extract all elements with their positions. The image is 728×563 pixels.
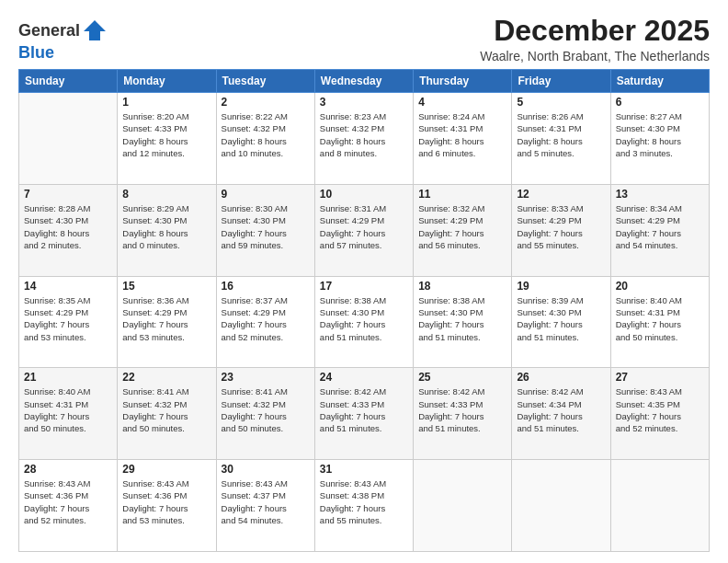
calendar-cell: 3Sunrise: 8:23 AMSunset: 4:32 PMDaylight… bbox=[314, 93, 413, 185]
day-detail: Sunrise: 8:29 AMSunset: 4:30 PMDaylight:… bbox=[122, 202, 210, 251]
day-number: 19 bbox=[517, 280, 605, 293]
calendar-cell: 13Sunrise: 8:34 AMSunset: 4:29 PMDayligh… bbox=[610, 184, 709, 276]
day-detail: Sunrise: 8:38 AMSunset: 4:30 PMDaylight:… bbox=[320, 294, 408, 343]
day-detail: Sunrise: 8:40 AMSunset: 4:31 PMDaylight:… bbox=[24, 385, 112, 434]
page: General Blue December 2025 Waalre, North… bbox=[0, 0, 728, 563]
calendar-cell bbox=[610, 460, 709, 552]
calendar-cell: 6Sunrise: 8:27 AMSunset: 4:30 PMDaylight… bbox=[610, 93, 709, 185]
week-row-0: 1Sunrise: 8:20 AMSunset: 4:33 PMDaylight… bbox=[19, 93, 710, 185]
day-number: 3 bbox=[320, 96, 408, 109]
day-number: 28 bbox=[24, 463, 112, 476]
col-header-sunday: Sunday bbox=[19, 70, 118, 93]
day-number: 23 bbox=[222, 371, 310, 384]
col-header-thursday: Thursday bbox=[414, 70, 512, 93]
day-number: 9 bbox=[222, 188, 310, 201]
day-detail: Sunrise: 8:36 AMSunset: 4:29 PMDaylight:… bbox=[122, 294, 210, 343]
day-number: 29 bbox=[122, 463, 210, 476]
day-number: 22 bbox=[122, 371, 210, 384]
day-number: 16 bbox=[222, 280, 310, 293]
day-detail: Sunrise: 8:42 AMSunset: 4:34 PMDaylight:… bbox=[517, 385, 605, 434]
day-detail: Sunrise: 8:39 AMSunset: 4:30 PMDaylight:… bbox=[517, 294, 605, 343]
week-row-1: 7Sunrise: 8:28 AMSunset: 4:30 PMDaylight… bbox=[19, 184, 710, 276]
day-detail: Sunrise: 8:43 AMSunset: 4:35 PMDaylight:… bbox=[616, 385, 704, 434]
logo-blue: Blue bbox=[18, 43, 54, 62]
calendar-cell: 22Sunrise: 8:41 AMSunset: 4:32 PMDayligh… bbox=[118, 368, 216, 460]
day-detail: Sunrise: 8:43 AMSunset: 4:37 PMDaylight:… bbox=[222, 477, 310, 526]
calendar-table: SundayMondayTuesdayWednesdayThursdayFrid… bbox=[18, 69, 710, 552]
calendar-cell bbox=[414, 460, 512, 552]
day-detail: Sunrise: 8:42 AMSunset: 4:33 PMDaylight:… bbox=[418, 385, 506, 434]
day-detail: Sunrise: 8:32 AMSunset: 4:29 PMDaylight:… bbox=[418, 202, 506, 251]
day-detail: Sunrise: 8:31 AMSunset: 4:29 PMDaylight:… bbox=[320, 202, 408, 251]
day-detail: Sunrise: 8:35 AMSunset: 4:29 PMDaylight:… bbox=[24, 294, 112, 343]
day-detail: Sunrise: 8:37 AMSunset: 4:29 PMDaylight:… bbox=[222, 294, 310, 343]
day-detail: Sunrise: 8:24 AMSunset: 4:31 PMDaylight:… bbox=[418, 110, 506, 159]
calendar-cell: 10Sunrise: 8:31 AMSunset: 4:29 PMDayligh… bbox=[314, 184, 413, 276]
day-detail: Sunrise: 8:41 AMSunset: 4:32 PMDaylight:… bbox=[122, 385, 210, 434]
day-number: 26 bbox=[517, 371, 605, 384]
logo-general: General bbox=[18, 22, 80, 40]
col-header-saturday: Saturday bbox=[610, 70, 709, 93]
calendar-cell: 24Sunrise: 8:42 AMSunset: 4:33 PMDayligh… bbox=[314, 368, 413, 460]
week-row-2: 14Sunrise: 8:35 AMSunset: 4:29 PMDayligh… bbox=[19, 276, 710, 368]
calendar-cell: 19Sunrise: 8:39 AMSunset: 4:30 PMDayligh… bbox=[512, 276, 610, 368]
day-number: 31 bbox=[320, 463, 408, 476]
day-detail: Sunrise: 8:33 AMSunset: 4:29 PMDaylight:… bbox=[517, 202, 605, 251]
calendar-cell: 28Sunrise: 8:43 AMSunset: 4:36 PMDayligh… bbox=[19, 460, 118, 552]
calendar-cell: 26Sunrise: 8:42 AMSunset: 4:34 PMDayligh… bbox=[512, 368, 610, 460]
calendar-cell: 29Sunrise: 8:43 AMSunset: 4:36 PMDayligh… bbox=[118, 460, 216, 552]
col-header-monday: Monday bbox=[118, 70, 216, 93]
day-detail: Sunrise: 8:27 AMSunset: 4:30 PMDaylight:… bbox=[616, 110, 704, 159]
calendar-cell: 18Sunrise: 8:38 AMSunset: 4:30 PMDayligh… bbox=[414, 276, 512, 368]
calendar-cell: 20Sunrise: 8:40 AMSunset: 4:31 PMDayligh… bbox=[610, 276, 709, 368]
day-detail: Sunrise: 8:43 AMSunset: 4:36 PMDaylight:… bbox=[24, 477, 112, 526]
day-number: 5 bbox=[517, 96, 605, 109]
day-number: 2 bbox=[222, 96, 310, 109]
day-number: 15 bbox=[122, 280, 210, 293]
day-detail: Sunrise: 8:23 AMSunset: 4:32 PMDaylight:… bbox=[320, 110, 408, 159]
day-detail: Sunrise: 8:40 AMSunset: 4:31 PMDaylight:… bbox=[616, 294, 704, 343]
day-detail: Sunrise: 8:43 AMSunset: 4:38 PMDaylight:… bbox=[320, 477, 408, 526]
day-number: 4 bbox=[418, 96, 506, 109]
calendar-cell: 8Sunrise: 8:29 AMSunset: 4:30 PMDaylight… bbox=[118, 184, 216, 276]
day-number: 25 bbox=[418, 371, 506, 384]
calendar-cell: 21Sunrise: 8:40 AMSunset: 4:31 PMDayligh… bbox=[19, 368, 118, 460]
col-header-tuesday: Tuesday bbox=[216, 70, 314, 93]
week-row-4: 28Sunrise: 8:43 AMSunset: 4:36 PMDayligh… bbox=[19, 460, 710, 552]
day-detail: Sunrise: 8:20 AMSunset: 4:33 PMDaylight:… bbox=[122, 110, 210, 159]
calendar-cell: 2Sunrise: 8:22 AMSunset: 4:32 PMDaylight… bbox=[216, 93, 314, 185]
day-number: 30 bbox=[222, 463, 310, 476]
logo-icon bbox=[82, 18, 108, 44]
calendar-cell: 1Sunrise: 8:20 AMSunset: 4:33 PMDaylight… bbox=[118, 93, 216, 185]
subtitle: Waalre, North Brabant, The Netherlands bbox=[480, 49, 710, 63]
day-detail: Sunrise: 8:26 AMSunset: 4:31 PMDaylight:… bbox=[517, 110, 605, 159]
calendar-cell: 15Sunrise: 8:36 AMSunset: 4:29 PMDayligh… bbox=[118, 276, 216, 368]
day-detail: Sunrise: 8:41 AMSunset: 4:32 PMDaylight:… bbox=[222, 385, 310, 434]
header: General Blue December 2025 Waalre, North… bbox=[18, 15, 710, 63]
week-row-3: 21Sunrise: 8:40 AMSunset: 4:31 PMDayligh… bbox=[19, 368, 710, 460]
day-number: 27 bbox=[616, 371, 704, 384]
calendar-cell bbox=[19, 93, 118, 185]
day-number: 20 bbox=[616, 280, 704, 293]
calendar-cell: 27Sunrise: 8:43 AMSunset: 4:35 PMDayligh… bbox=[610, 368, 709, 460]
day-number: 18 bbox=[418, 280, 506, 293]
calendar-cell: 9Sunrise: 8:30 AMSunset: 4:30 PMDaylight… bbox=[216, 184, 314, 276]
col-header-wednesday: Wednesday bbox=[314, 70, 413, 93]
calendar-cell: 12Sunrise: 8:33 AMSunset: 4:29 PMDayligh… bbox=[512, 184, 610, 276]
calendar-cell: 4Sunrise: 8:24 AMSunset: 4:31 PMDaylight… bbox=[414, 93, 512, 185]
day-number: 12 bbox=[517, 188, 605, 201]
day-detail: Sunrise: 8:34 AMSunset: 4:29 PMDaylight:… bbox=[616, 202, 704, 251]
day-detail: Sunrise: 8:42 AMSunset: 4:33 PMDaylight:… bbox=[320, 385, 408, 434]
calendar-cell: 16Sunrise: 8:37 AMSunset: 4:29 PMDayligh… bbox=[216, 276, 314, 368]
calendar-cell: 7Sunrise: 8:28 AMSunset: 4:30 PMDaylight… bbox=[19, 184, 118, 276]
calendar-cell: 31Sunrise: 8:43 AMSunset: 4:38 PMDayligh… bbox=[314, 460, 413, 552]
calendar-cell: 11Sunrise: 8:32 AMSunset: 4:29 PMDayligh… bbox=[414, 184, 512, 276]
logo: General Blue bbox=[18, 18, 108, 63]
day-number: 11 bbox=[418, 188, 506, 201]
day-number: 10 bbox=[320, 188, 408, 201]
calendar-cell: 14Sunrise: 8:35 AMSunset: 4:29 PMDayligh… bbox=[19, 276, 118, 368]
day-number: 7 bbox=[24, 188, 112, 201]
calendar-cell: 17Sunrise: 8:38 AMSunset: 4:30 PMDayligh… bbox=[314, 276, 413, 368]
day-detail: Sunrise: 8:22 AMSunset: 4:32 PMDaylight:… bbox=[222, 110, 310, 159]
col-header-friday: Friday bbox=[512, 70, 610, 93]
